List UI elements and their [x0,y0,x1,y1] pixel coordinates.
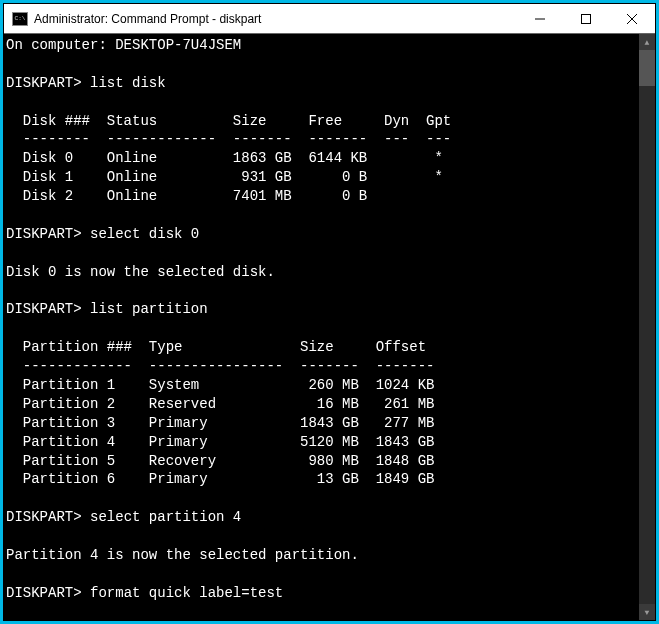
svg-rect-1 [582,14,591,23]
scroll-thumb[interactable] [639,50,655,86]
cmd-list-partition: list partition [90,301,208,317]
close-button[interactable] [609,4,655,33]
prompt: DISKPART> [6,226,82,242]
result-line: Disk 0 is now the selected disk. [6,264,275,280]
scroll-up-button[interactable]: ▲ [639,34,655,50]
disk-row: Disk 2 Online 7401 MB 0 B [6,188,367,204]
disk-row: Disk 0 Online 1863 GB 6144 KB * [6,150,443,166]
titlebar[interactable]: Administrator: Command Prompt - diskpart [4,4,655,34]
partition-row: Partition 4 Primary 5120 MB 1843 GB [6,434,434,450]
partition-row: Partition 2 Reserved 16 MB 261 MB [6,396,434,412]
terminal-output[interactable]: On computer: DESKTOP-7U4JSEM DISKPART> l… [4,34,639,620]
cmd-format: format quick label=test [90,585,283,601]
window-title: Administrator: Command Prompt - diskpart [34,12,517,26]
cmd-list-disk: list disk [90,75,166,91]
prompt: DISKPART> [6,75,82,91]
prompt: DISKPART> [6,585,82,601]
cmd-select-disk: select disk 0 [90,226,199,242]
result-line: Partition 4 is now the selected partitio… [6,547,359,563]
minimize-button[interactable] [517,4,563,33]
terminal-area: On computer: DESKTOP-7U4JSEM DISKPART> l… [4,34,655,620]
cmd-select-partition: select partition 4 [90,509,241,525]
disk-table-divider: -------- ------------- ------- ------- -… [6,131,451,147]
window-controls [517,4,655,33]
cmd-icon [12,12,28,26]
disk-row: Disk 1 Online 931 GB 0 B * [6,169,443,185]
partition-row: Partition 5 Recovery 980 MB 1848 GB [6,453,434,469]
computer-line: On computer: DESKTOP-7U4JSEM [6,37,241,53]
partition-row: Partition 3 Primary 1843 GB 277 MB [6,415,434,431]
disk-table-header: Disk ### Status Size Free Dyn Gpt [6,113,451,129]
maximize-button[interactable] [563,4,609,33]
scrollbar[interactable]: ▲ ▼ [639,34,655,620]
partition-row: Partition 6 Primary 13 GB 1849 GB [6,471,434,487]
prompt: DISKPART> [6,301,82,317]
scroll-down-button[interactable]: ▼ [639,604,655,620]
partition-table-header: Partition ### Type Size Offset [6,339,426,355]
partition-row: Partition 1 System 260 MB 1024 KB [6,377,434,393]
scroll-track[interactable] [639,50,655,604]
partition-table-divider: ------------- ---------------- ------- -… [6,358,434,374]
command-prompt-window: Administrator: Command Prompt - diskpart… [3,3,656,621]
prompt: DISKPART> [6,509,82,525]
